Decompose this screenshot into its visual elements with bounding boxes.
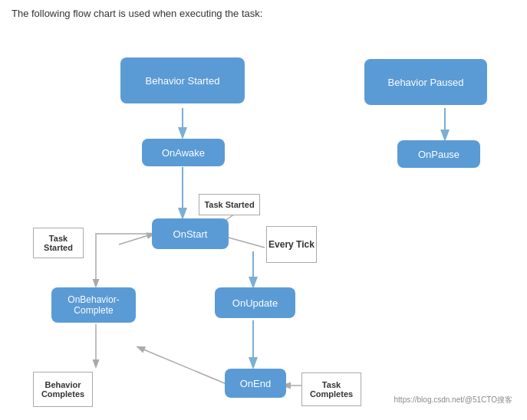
behavior-paused-node: Behavior Paused — [364, 59, 487, 105]
on-awake-node: OnAwake — [142, 139, 225, 166]
task-started-label-2: Task Started — [33, 228, 84, 258]
on-pause-node: OnPause — [397, 140, 480, 168]
on-start-node: OnStart — [152, 218, 229, 249]
task-completes-label: Task Completes — [301, 372, 361, 406]
on-end-node: OnEnd — [225, 369, 286, 398]
intro-text: The following flow chart is used when ex… — [12, 8, 515, 19]
svg-line-8 — [138, 347, 226, 384]
every-tick-label: Every Tick — [266, 226, 317, 263]
svg-line-3 — [119, 234, 153, 244]
on-behavior-complete-node: OnBehavior- Complete — [51, 287, 136, 323]
behavior-completes-label: Behavior Completes — [33, 372, 93, 407]
on-update-node: OnUpdate — [215, 287, 295, 318]
task-started-label-1: Task Started — [199, 194, 260, 215]
flowchart-area: Behavior Started Behavior Paused OnAwake… — [12, 25, 515, 409]
behavior-started-node: Behavior Started — [120, 57, 245, 103]
page-container: The following flow chart is used when ex… — [0, 0, 527, 420]
watermark: https://blog.csdn.net/@51CTO搜客 — [394, 395, 512, 405]
